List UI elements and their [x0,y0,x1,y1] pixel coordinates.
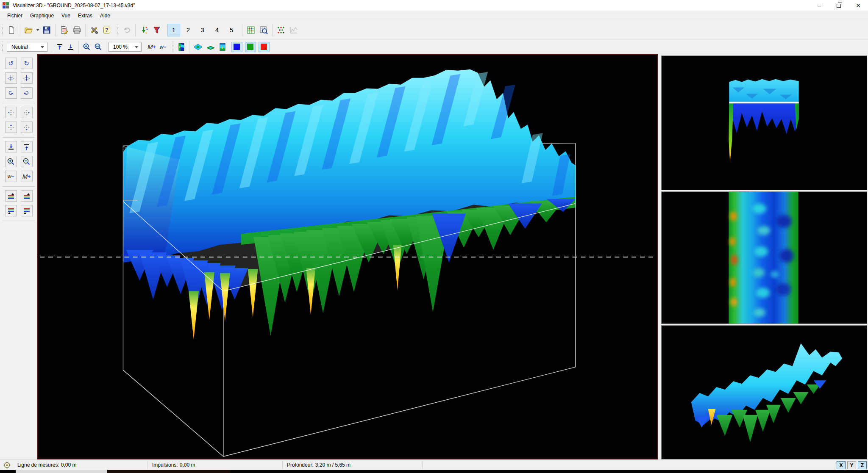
green-swatch-icon [247,44,253,50]
zoom-out-side-button[interactable] [21,156,33,167]
zoom-level-select[interactable]: 100 % [108,42,142,52]
print-button[interactable] [70,23,83,37]
new-file-icon [7,26,16,34]
rotate-yaw-right-button[interactable]: ◁▷ [21,72,33,84]
zoom-in-button[interactable] [81,41,92,53]
view-iso-button[interactable] [192,41,204,53]
page-4-button[interactable]: 4 [211,24,223,36]
plus-sign: + [153,44,156,50]
undo-button[interactable] [120,23,133,37]
impulses-value: 0,00 m [180,462,195,468]
signal-plus-side-button[interactable]: M+ [21,171,33,182]
filter-signal-button[interactable] [150,23,163,37]
min-level-down-button[interactable] [65,41,76,53]
separator [242,24,242,36]
zoom-out-button[interactable] [92,41,104,53]
layer-lower-top-button[interactable] [21,190,33,202]
move-down-button[interactable] [21,122,33,133]
axis-x-button[interactable]: X [837,461,846,469]
color-mode-select[interactable]: Neutral [7,42,47,52]
rotate-pitch-up-button[interactable]: ↺ [5,58,17,69]
move-left-icon [7,109,15,116]
layer-raise-top-button[interactable] [5,190,17,202]
separator [3,103,35,103]
scatter-view-button[interactable] [275,23,287,37]
page-5-button[interactable]: 5 [225,24,238,36]
move-left-button[interactable] [5,107,17,118]
rotate-roll-left-button[interactable]: ↺ [5,87,17,99]
plus-sign: + [28,174,31,180]
channel-green-button[interactable] [245,42,256,52]
window-title: Visualizer 3D - "GROUND_2025-08-07_17-13… [13,3,135,8]
view-profile-button[interactable] [217,41,228,53]
taskbar-segment [16,470,107,473]
signal-minus-button[interactable]: w− [158,41,169,53]
move-down-icon [23,124,31,131]
flip-left-icon: ◁▷ [8,76,14,80]
signal-plus-button[interactable]: M+ [146,41,158,53]
open-file-button[interactable] [22,23,35,37]
page-3-button[interactable]: 3 [196,24,209,36]
menu-fichier[interactable]: Fichier [3,12,26,19]
new-file-button[interactable] [5,23,18,37]
signal-arrow-icon [140,26,148,34]
import-signal-button[interactable] [138,23,150,37]
max-level-up-button[interactable] [54,41,65,53]
top-view-panel[interactable] [661,191,867,324]
view-flat-button[interactable] [204,41,217,53]
menu-bar: Fichier Graphique Vue Extras Aide [0,11,868,20]
profile-view-thumbnail-icon [220,43,225,51]
layer-raise-bottom-button[interactable] [5,205,17,216]
save-icon [42,26,51,34]
edit-report-button[interactable] [58,23,70,37]
settings-button[interactable] [88,23,100,37]
minus-sign: − [11,174,14,180]
move-up-button[interactable] [5,122,17,133]
title-bar: Visualizer 3D - "GROUND_2025-08-07_17-13… [0,0,868,11]
separator [3,186,35,187]
menu-graphique[interactable]: Graphique [26,12,58,19]
depth-up-button[interactable] [21,141,33,152]
channel-red-button[interactable] [259,42,270,52]
rotate-roll-right-button[interactable]: ↻ [21,87,33,99]
menu-vue[interactable]: Vue [58,12,74,19]
gps-status-icon [3,462,11,469]
layer-lower-bottom-button[interactable] [21,205,33,216]
line-chart-button[interactable] [287,23,300,37]
axis-z-button[interactable]: Z [858,461,867,469]
status-bar: Ligne de mesures: 0,00 m Impulsions: 0,0… [0,459,868,470]
iso-view-thumbnail-icon [193,44,203,50]
main-3d-view[interactable] [37,54,658,459]
color-mode-value: Neutral [11,44,28,50]
zoom-in-side-button[interactable] [5,156,17,167]
axis-y-button[interactable]: Y [847,461,856,469]
minimize-button[interactable]: – [810,0,829,11]
signal-minus-side-button[interactable]: w− [5,171,17,182]
depth-down-button[interactable] [5,141,17,152]
channel-blue-button[interactable] [231,42,242,52]
front-view-panel[interactable] [661,55,867,190]
move-right-button[interactable] [21,107,33,118]
roll-right-icon: ↻ [22,89,30,97]
open-file-dropdown[interactable] [35,23,40,37]
separator [3,137,35,138]
rotate-yaw-left-button[interactable]: ◁▷ [5,72,17,84]
front-view-image [662,56,867,190]
close-button[interactable]: × [849,0,868,11]
page-1-button[interactable]: 1 [167,24,180,36]
iso-view-panel[interactable] [661,325,867,459]
help-button[interactable]: ? [100,23,113,37]
taskbar-edge [0,470,868,473]
view-side-button[interactable] [176,41,187,53]
tools-icon [90,26,98,34]
separator [189,41,189,53]
menu-aide[interactable]: Aide [96,12,114,19]
save-button[interactable] [40,23,53,37]
grid-view-button[interactable] [245,23,257,37]
menu-extras[interactable]: Extras [74,12,96,19]
move-right-icon [23,109,31,116]
rotate-pitch-down-button[interactable]: ↻ [21,58,33,69]
page-2-button[interactable]: 2 [182,24,195,36]
magnify-grid-button[interactable] [257,23,270,37]
maximize-button[interactable] [829,0,849,11]
